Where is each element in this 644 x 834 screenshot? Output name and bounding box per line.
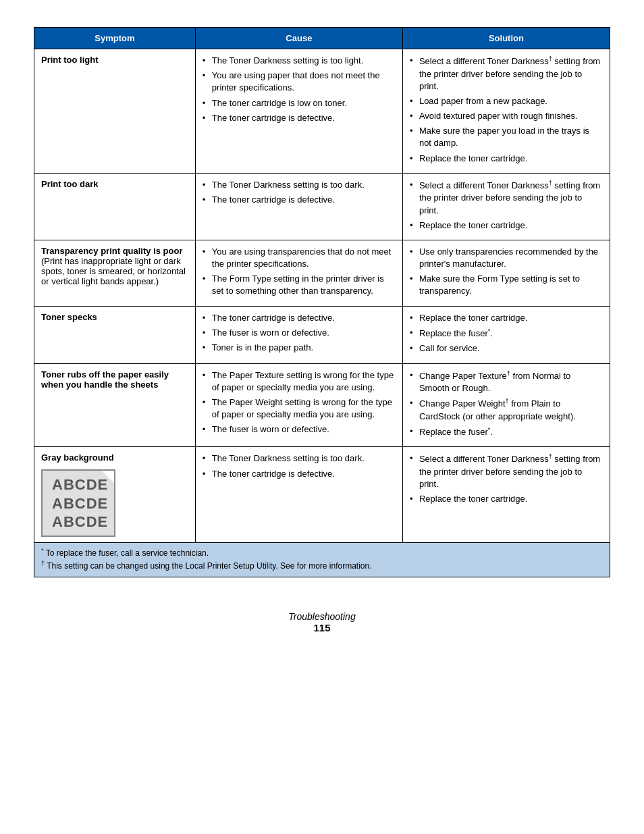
solution-cell: Select a different Toner Darkness† setti… (402, 447, 610, 543)
solution-cell: Replace the toner cartridge.Replace the … (402, 306, 610, 363)
header-cause: Cause (195, 28, 402, 49)
solution-item: Select a different Toner Darkness† setti… (410, 452, 603, 490)
table-row: Toner rubs off the paper easily when you… (34, 363, 610, 447)
footer-page-number: 115 (34, 622, 610, 633)
solution-cell: Select a different Toner Darkness† setti… (402, 173, 610, 240)
cause-item: The fuser is worn or defective. (203, 423, 396, 436)
page-footer: Troubleshooting 115 (34, 611, 610, 633)
solution-item: Change Paper Weight† from Plain to CardS… (410, 397, 603, 423)
cause-cell: The Toner Darkness setting is too dark.T… (195, 173, 402, 240)
cause-item: The Toner Darkness setting is too light. (203, 55, 396, 67)
symptom-cell: Toner specks (34, 306, 196, 363)
header-solution: Solution (402, 28, 610, 49)
solution-item: Replace the fuser*. (410, 425, 603, 439)
page-container: Symptom Cause Solution Print too lightTh… (0, 0, 644, 674)
solution-item: Replace the fuser*. (410, 327, 603, 340)
cause-item: The toner cartridge is defective. (203, 194, 396, 206)
cause-item: The toner cartridge is defective. (203, 312, 396, 324)
footer-row: * To replace the fuser, call a service t… (34, 543, 610, 577)
cause-cell: The toner cartridge is defective.The fus… (195, 306, 402, 363)
solution-item: Make sure the Form Type setting is set t… (410, 273, 603, 297)
solution-item: Avoid textured paper with rough finishes… (410, 110, 603, 122)
cause-item: The toner cartridge is low on toner. (203, 97, 396, 109)
solution-item: Replace the toner cartridge. (410, 493, 603, 505)
solution-item: Use only transparencies recommended by t… (410, 246, 603, 270)
symptom-cell: Toner rubs off the paper easily when you… (34, 363, 196, 447)
footer-line: † This setting can be changed using the … (41, 560, 603, 571)
footer-line: * To replace the fuser, call a service t… (41, 547, 603, 558)
cause-item: The Toner Darkness setting is too dark. (203, 179, 396, 191)
cause-item: Toner is in the paper path. (203, 342, 396, 354)
cause-cell: The Toner Darkness setting is too light.… (195, 49, 402, 174)
solution-cell: Change Paper Texture† from Normal to Smo… (402, 363, 610, 447)
cause-item: The Paper Weight setting is wrong for th… (203, 396, 396, 421)
solution-item: Replace the toner cartridge. (410, 153, 603, 165)
header-symptom: Symptom (34, 28, 196, 49)
solution-item: Call for service. (410, 342, 603, 355)
solution-item: Change Paper Texture† from Normal to Smo… (410, 369, 603, 395)
cause-item: The Paper Texture setting is wrong for t… (203, 369, 396, 394)
table-row: Transparency print quality is poor(Print… (34, 240, 610, 306)
cause-item: You are using paper that does not meet t… (203, 70, 396, 94)
table-row: Gray backgroundABCDEABCDEABCDEThe Toner … (34, 447, 610, 543)
cause-item: You are using transparencies that do not… (203, 246, 396, 270)
cause-item: The Form Type setting in the printer dri… (203, 273, 396, 297)
cause-item: The Toner Darkness setting is too dark. (203, 452, 396, 465)
table-row: Print too darkThe Toner Darkness setting… (34, 173, 610, 240)
table-row: Toner specksThe toner cartridge is defec… (34, 306, 610, 363)
cause-item: The toner cartridge is defective. (203, 468, 396, 480)
cause-cell: The Paper Texture setting is wrong for t… (195, 363, 402, 447)
cause-cell: You are using transparencies that do not… (195, 240, 402, 306)
symptom-cell: Print too light (34, 49, 196, 174)
symptom-cell: Transparency print quality is poor(Print… (34, 240, 196, 306)
solution-item: Replace the toner cartridge. (410, 312, 603, 324)
footer-cell: * To replace the fuser, call a service t… (34, 543, 610, 577)
symptom-cell: Gray backgroundABCDEABCDEABCDE (34, 447, 196, 543)
solution-cell: Use only transparencies recommended by t… (402, 240, 610, 306)
cause-cell: The Toner Darkness setting is too dark.T… (195, 447, 402, 543)
solution-item: Make sure the paper you load in the tray… (410, 125, 603, 149)
footer-label: Troubleshooting (34, 611, 610, 622)
solution-item: Replace the toner cartridge. (410, 219, 603, 232)
solution-item: Load paper from a new package. (410, 95, 603, 107)
solution-item: Select a different Toner Darkness† setti… (410, 179, 603, 217)
table-row: Print too lightThe Toner Darkness settin… (34, 49, 610, 174)
solution-cell: Select a different Toner Darkness† setti… (402, 49, 610, 174)
symptom-cell: Print too dark (34, 173, 196, 240)
troubleshooting-table: Symptom Cause Solution Print too lightTh… (34, 27, 610, 577)
solution-item: Select a different Toner Darkness† setti… (410, 55, 603, 93)
cause-item: The fuser is worn or defective. (203, 327, 396, 339)
cause-item: The toner cartridge is defective. (203, 112, 396, 124)
gray-background-image: ABCDEABCDEABCDE (41, 469, 115, 537)
